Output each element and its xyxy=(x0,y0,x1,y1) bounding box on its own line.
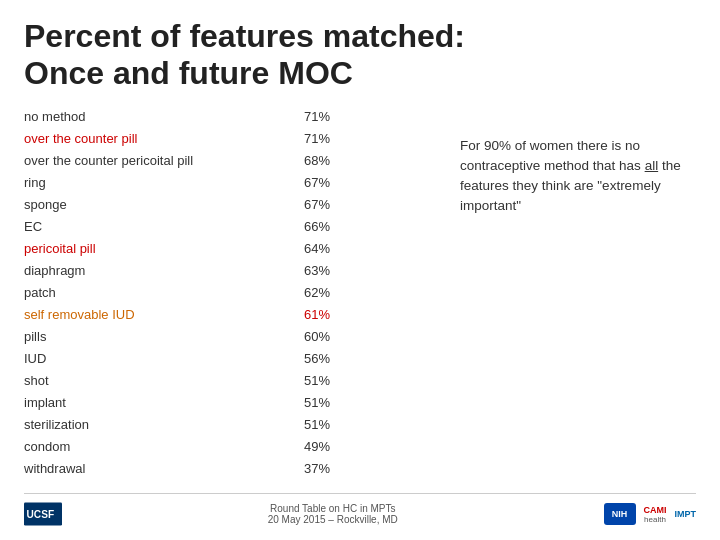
method-name: self removable IUD xyxy=(24,307,304,322)
method-pct: 63% xyxy=(304,263,364,278)
table-row: shot51% xyxy=(24,370,444,392)
table-row: EC66% xyxy=(24,216,444,238)
footer-event: Round Table on HC in MPTs 20 May 2015 – … xyxy=(268,503,398,525)
table-row: pills60% xyxy=(24,326,444,348)
table-row: diaphragm63% xyxy=(24,260,444,282)
table-row: self removable IUD61% xyxy=(24,304,444,326)
footer: UCSF Round Table on HC in MPTs 20 May 20… xyxy=(24,493,696,528)
method-name: pills xyxy=(24,329,304,344)
method-pct: 51% xyxy=(304,395,364,410)
annotation-text: For 90% of women there is no contracepti… xyxy=(460,136,690,217)
method-pct: 49% xyxy=(304,439,364,454)
method-pct: 60% xyxy=(304,329,364,344)
nih-logo: NIH xyxy=(604,503,636,525)
method-name: condom xyxy=(24,439,304,454)
method-name: withdrawal xyxy=(24,461,304,476)
method-pct: 66% xyxy=(304,219,364,234)
annotation-line1: For 90% of women there is no contracepti… xyxy=(460,138,681,214)
method-name: pericoital pill xyxy=(24,241,304,256)
method-name: sponge xyxy=(24,197,304,212)
methods-list: no method71%over the counter pill71%over… xyxy=(24,106,444,485)
method-name: diaphragm xyxy=(24,263,304,278)
table-row: over the counter pill71% xyxy=(24,128,444,150)
method-pct: 62% xyxy=(304,285,364,300)
method-name: ring xyxy=(24,175,304,190)
table-row: no method71% xyxy=(24,106,444,128)
method-name: sterilization xyxy=(24,417,304,432)
content-area: no method71%over the counter pill71%over… xyxy=(24,106,696,485)
cami-logo: CAMI health xyxy=(644,505,667,524)
impt-logo: IMPT xyxy=(675,509,697,519)
method-pct: 67% xyxy=(304,197,364,212)
annotation-column: For 90% of women there is no contracepti… xyxy=(444,106,696,485)
method-pct: 71% xyxy=(304,109,364,124)
table-row: over the counter pericoital pill68% xyxy=(24,150,444,172)
method-pct: 37% xyxy=(304,461,364,476)
nih-label: NIH xyxy=(612,509,628,519)
underline-all: all xyxy=(645,158,659,173)
method-pct: 68% xyxy=(304,153,364,168)
method-name: patch xyxy=(24,285,304,300)
method-pct: 56% xyxy=(304,351,364,366)
method-pct: 61% xyxy=(304,307,364,322)
table-row: sponge67% xyxy=(24,194,444,216)
method-pct: 67% xyxy=(304,175,364,190)
method-name: EC xyxy=(24,219,304,234)
method-name: over the counter pill xyxy=(24,131,304,146)
method-pct: 64% xyxy=(304,241,364,256)
table-row: implant51% xyxy=(24,392,444,414)
table-row: withdrawal37% xyxy=(24,458,444,480)
method-name: IUD xyxy=(24,351,304,366)
method-name: implant xyxy=(24,395,304,410)
method-name: shot xyxy=(24,373,304,388)
table-row: sterilization51% xyxy=(24,414,444,436)
method-name: no method xyxy=(24,109,304,124)
table-row: ring67% xyxy=(24,172,444,194)
cami-top: CAMI xyxy=(644,505,667,515)
method-name: over the counter pericoital pill xyxy=(24,153,304,168)
footer-left: UCSF xyxy=(24,500,62,528)
table-row: IUD56% xyxy=(24,348,444,370)
event-line1: Round Table on HC in MPTs xyxy=(268,503,398,514)
table-row: pericoital pill64% xyxy=(24,238,444,260)
method-pct: 51% xyxy=(304,417,364,432)
svg-text:UCSF: UCSF xyxy=(27,509,55,520)
cami-bottom: health xyxy=(644,515,666,524)
slide-title: Percent of features matched: Once and fu… xyxy=(24,18,696,92)
slide: Percent of features matched: Once and fu… xyxy=(0,0,720,540)
footer-logos: NIH CAMI health IMPT xyxy=(604,503,697,525)
table-row: patch62% xyxy=(24,282,444,304)
method-pct: 71% xyxy=(304,131,364,146)
table-row: condom49% xyxy=(24,436,444,458)
ucsf-logo-icon: UCSF xyxy=(24,500,62,528)
method-pct: 51% xyxy=(304,373,364,388)
event-line2: 20 May 2015 – Rockville, MD xyxy=(268,514,398,525)
